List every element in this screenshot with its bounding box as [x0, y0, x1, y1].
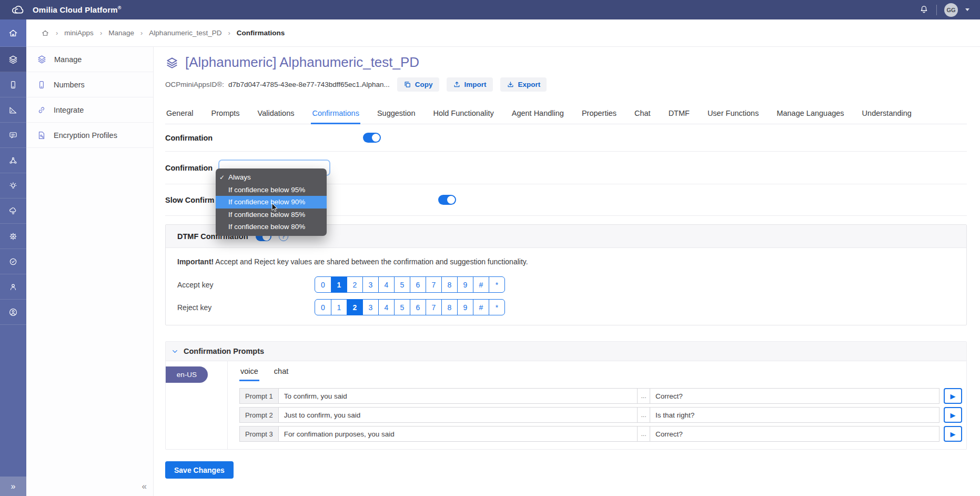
accept-key-hash[interactable]: # — [473, 277, 489, 292]
confirmation-type-label: Confirmation — [165, 164, 218, 172]
prompt-1-suffix-input[interactable] — [650, 388, 939, 404]
sidebar-item-label: Integrate — [54, 106, 84, 114]
accept-key-7[interactable]: 7 — [426, 277, 441, 292]
sidebar-item-manage[interactable]: Manage — [26, 47, 153, 72]
reject-key-2[interactable]: 2 — [347, 300, 362, 315]
play-icon[interactable]: ▶ — [944, 407, 962, 423]
bell-icon[interactable] — [919, 5, 929, 15]
tab-manage-languages[interactable]: Manage Languages — [775, 104, 845, 124]
sidebar-item-encryption-profiles[interactable]: Encryption Profiles — [26, 123, 153, 148]
tab-agent-handling[interactable]: Agent Handling — [511, 104, 565, 124]
accept-key-4[interactable]: 4 — [378, 277, 394, 292]
play-icon[interactable]: ▶ — [944, 426, 962, 442]
export-button[interactable]: Export — [500, 77, 547, 92]
tab-confirmations[interactable]: Confirmations — [311, 104, 360, 124]
prompt-2-suffix-input[interactable] — [650, 407, 939, 423]
play-icon[interactable]: ▶ — [944, 388, 962, 404]
accept-key-star[interactable]: * — [489, 277, 504, 292]
dropdown-option-below-95[interactable]: If confidence below 95% — [216, 184, 327, 196]
dropdown-option-below-90[interactable]: If confidence below 90% — [216, 196, 327, 209]
copy-button[interactable]: Copy — [397, 77, 439, 92]
tab-suggestion[interactable]: Suggestion — [376, 104, 417, 124]
tab-prompts[interactable]: Prompts — [210, 104, 241, 124]
dropdown-option-below-85[interactable]: If confidence below 85% — [216, 209, 327, 221]
import-button[interactable]: Import — [447, 77, 493, 92]
avatar-caret-icon[interactable] — [965, 8, 969, 11]
accept-key-0[interactable]: 0 — [315, 277, 331, 292]
chevron-down-icon[interactable] — [171, 348, 179, 355]
tab-hold-functionality[interactable]: Hold Functionality — [432, 104, 494, 124]
sidebar-collapse-button[interactable]: « — [142, 481, 147, 492]
breadcrumb-miniapps[interactable]: miniApps — [64, 29, 94, 37]
sidebar-item-numbers[interactable]: Numbers — [26, 72, 153, 97]
main-content: [Alphanumeric] Alphanumeric_test_PD OCPm… — [154, 47, 980, 496]
check-icon: ✓ — [219, 174, 228, 181]
tab-chat[interactable]: Chat — [633, 104, 652, 124]
rail-insights-icon[interactable] — [0, 173, 26, 199]
reject-key-5[interactable]: 5 — [394, 300, 410, 315]
prompt-2-more-button[interactable]: ... — [638, 407, 650, 423]
tab-understanding[interactable]: Understanding — [861, 104, 913, 124]
prompt-1-more-button[interactable]: ... — [638, 388, 650, 404]
rail-cloud-services-icon[interactable] — [0, 199, 26, 224]
save-changes-button[interactable]: Save Changes — [165, 461, 234, 479]
prompt-3-text-input[interactable] — [279, 426, 638, 442]
accept-key-2[interactable]: 2 — [347, 277, 362, 292]
prompt-1-text-input[interactable] — [279, 388, 638, 404]
dropdown-option-below-80[interactable]: If confidence below 80% — [216, 221, 327, 233]
reject-key-star[interactable]: * — [489, 300, 504, 315]
tab-general[interactable]: General — [165, 104, 195, 124]
rail-admin-settings-icon[interactable] — [0, 224, 26, 249]
breadcrumb-app-name[interactable]: Alphanumeric_test_PD — [149, 29, 221, 37]
accept-key-3[interactable]: 3 — [362, 277, 378, 292]
rail-orchestrator-icon[interactable] — [0, 148, 26, 173]
tab-user-functions[interactable]: User Functions — [706, 104, 760, 124]
reject-key-hash[interactable]: # — [473, 300, 489, 315]
prompt-2-text-input[interactable] — [279, 407, 638, 423]
tab-chat[interactable]: chat — [273, 361, 289, 381]
dropdown-option-always[interactable]: ✓ Always — [216, 171, 327, 184]
avatar[interactable]: GG — [944, 3, 958, 17]
rail-tools-icon[interactable] — [0, 97, 26, 123]
tab-properties[interactable]: Properties — [581, 104, 618, 124]
breadcrumb-manage[interactable]: Manage — [108, 29, 134, 37]
accept-key-5[interactable]: 5 — [394, 277, 410, 292]
sidebar-item-integrate[interactable]: Integrate — [26, 97, 153, 123]
prompt-2-label: Prompt 2 — [239, 407, 279, 423]
rail-account-icon[interactable] — [0, 300, 26, 325]
confirmation-toggle[interactable] — [363, 133, 381, 143]
layers-icon — [37, 54, 47, 64]
breadcrumb-separator: › — [140, 29, 143, 37]
accept-key-8[interactable]: 8 — [441, 277, 457, 292]
reject-key-8[interactable]: 8 — [441, 300, 457, 315]
reject-key-4[interactable]: 4 — [378, 300, 394, 315]
tab-dtmf[interactable]: DTMF — [668, 104, 691, 124]
breadcrumb-separator: › — [56, 29, 58, 37]
rail-quality-icon[interactable] — [0, 249, 26, 274]
reject-key-9[interactable]: 9 — [457, 300, 473, 315]
reject-key-7[interactable]: 7 — [426, 300, 441, 315]
reject-key-1[interactable]: 1 — [331, 300, 347, 315]
language-pill-en-us[interactable]: en-US — [166, 366, 208, 383]
rail-users-icon[interactable] — [0, 274, 26, 300]
rail-expand-button[interactable]: » — [0, 477, 26, 496]
rail-voice-chat-icon[interactable] — [0, 123, 26, 148]
slow-confirmation-toggle[interactable] — [438, 195, 456, 205]
dtmf-note: Important! Accept and Reject key values … — [177, 257, 955, 266]
rail-miniapps-icon[interactable] — [0, 47, 26, 72]
tab-validations[interactable]: Validations — [257, 104, 296, 124]
breadcrumb-home-icon[interactable] — [41, 29, 49, 37]
rail-numbers-icon[interactable] — [0, 72, 26, 97]
cloud-logo-icon — [11, 4, 26, 16]
accept-key-1[interactable]: 1 — [331, 277, 347, 292]
tab-voice[interactable]: voice — [239, 361, 259, 381]
rail-home-icon[interactable] — [0, 19, 26, 47]
accept-key-6[interactable]: 6 — [410, 277, 426, 292]
reject-key-6[interactable]: 6 — [410, 300, 426, 315]
prompt-3-suffix-input[interactable] — [650, 426, 939, 442]
prompt-3-more-button[interactable]: ... — [638, 426, 650, 442]
reject-key-3[interactable]: 3 — [362, 300, 378, 315]
accept-key-9[interactable]: 9 — [457, 277, 473, 292]
icon-rail: » — [0, 19, 26, 496]
reject-key-0[interactable]: 0 — [315, 300, 331, 315]
